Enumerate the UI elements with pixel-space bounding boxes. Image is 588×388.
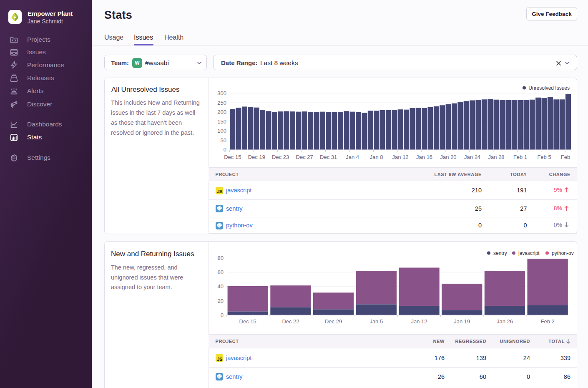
svg-text:Dec 15: Dec 15 xyxy=(224,154,241,160)
svg-text:250: 250 xyxy=(217,100,226,106)
svg-text:0: 0 xyxy=(221,312,224,318)
svg-text:Jan 16: Jan 16 xyxy=(416,154,432,160)
svg-text:Jan 4: Jan 4 xyxy=(346,154,359,160)
svg-text:Dec 23: Dec 23 xyxy=(272,154,289,160)
svg-text:Dec 27: Dec 27 xyxy=(296,154,313,160)
svg-text:Dec 19: Dec 19 xyxy=(248,154,265,160)
svg-text:Dec 29: Dec 29 xyxy=(325,318,342,325)
svg-text:Feb: Feb xyxy=(561,154,570,160)
svg-text:20: 20 xyxy=(218,298,224,304)
svg-text:Jan 12: Jan 12 xyxy=(411,318,427,325)
svg-text:200: 200 xyxy=(217,109,226,115)
svg-text:Unresolved Issues: Unresolved Issues xyxy=(528,85,570,91)
svg-text:javascript: javascript xyxy=(518,250,540,256)
svg-text:Jan 24: Jan 24 xyxy=(464,154,480,160)
svg-text:Dec 31: Dec 31 xyxy=(320,154,337,160)
svg-text:150: 150 xyxy=(217,118,226,125)
svg-text:80: 80 xyxy=(218,255,224,261)
svg-text:0: 0 xyxy=(224,146,226,153)
svg-text:Feb 2: Feb 2 xyxy=(541,318,555,325)
svg-text:100: 100 xyxy=(217,128,226,134)
svg-text:Jan 12: Jan 12 xyxy=(392,154,409,160)
svg-text:60: 60 xyxy=(218,269,224,275)
svg-text:Jan 28: Jan 28 xyxy=(488,154,505,160)
svg-text:Feb 5: Feb 5 xyxy=(537,154,551,160)
svg-text:300: 300 xyxy=(217,90,226,96)
svg-text:sentry: sentry xyxy=(493,250,507,256)
svg-text:python-ov: python-ov xyxy=(552,250,574,256)
svg-text:50: 50 xyxy=(221,137,226,144)
svg-text:Feb 1: Feb 1 xyxy=(513,154,527,160)
svg-text:Dec 22: Dec 22 xyxy=(282,318,299,325)
svg-text:Jan 20: Jan 20 xyxy=(440,154,457,160)
svg-text:Dec 15: Dec 15 xyxy=(239,318,256,325)
svg-text:40: 40 xyxy=(218,283,224,290)
svg-text:Jan 26: Jan 26 xyxy=(497,318,513,325)
svg-text:Jan 19: Jan 19 xyxy=(454,318,470,325)
svg-text:Jan 8: Jan 8 xyxy=(370,154,383,160)
svg-text:Jan 5: Jan 5 xyxy=(369,318,383,325)
